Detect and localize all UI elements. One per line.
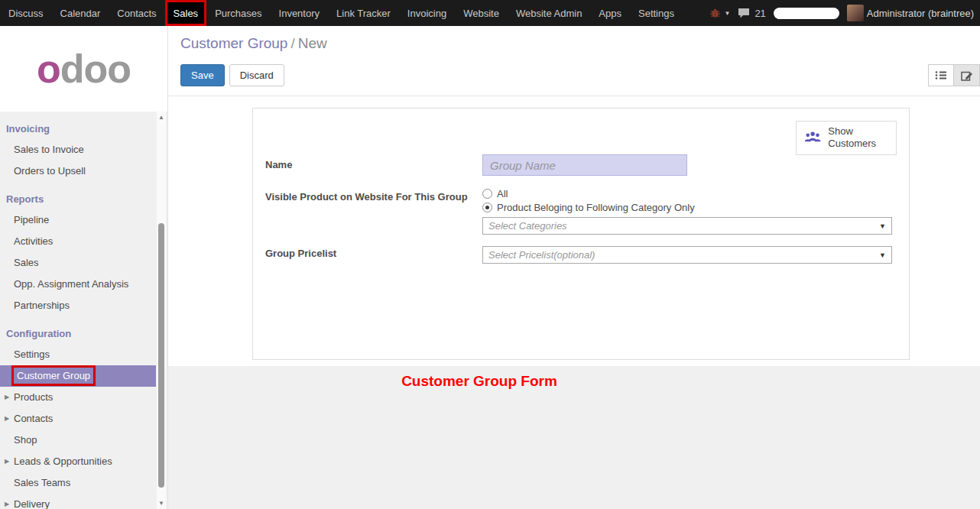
group-pricelist-label: Group Pricelist — [265, 241, 482, 259]
radio-icon — [482, 189, 492, 199]
avatar — [847, 5, 864, 21]
breadcrumb-separator: / — [290, 35, 294, 51]
categories-placeholder: Select Categories — [488, 220, 567, 232]
sidebar-section-title-reports: Reports — [0, 182, 156, 209]
menu-item-settings[interactable]: Settings — [630, 0, 683, 26]
menu-item-apps[interactable]: Apps — [590, 0, 630, 26]
sidebar-item-label: Opp. Assignment Analysis — [14, 278, 128, 290]
menu-item-invoicing[interactable]: Invoicing — [399, 0, 455, 26]
menu-item-calendar[interactable]: Calendar — [52, 0, 109, 26]
control-panel: Customer Group/New Save Discard — [168, 26, 980, 96]
sidebar-item-label: Sales — [14, 257, 39, 268]
sidebar-item-leads-opportunities[interactable]: ▶Leads & Opportunities — [0, 451, 156, 472]
visible-product-radio-group: All Product Beloging to Following Catego… — [482, 186, 897, 214]
sidebar-item-label: Products — [14, 391, 53, 403]
sidebar-item-delivery[interactable]: ▶Delivery — [0, 494, 156, 509]
sidebar-item-orders-to-upsell[interactable]: Orders to Upsell — [0, 160, 156, 182]
user-name: Administrator (braintree) — [867, 8, 974, 19]
expand-arrow-icon: ▶ — [5, 494, 9, 509]
view-switcher — [928, 64, 980, 86]
main-panel: Customer Group/New Save Discard — [168, 26, 980, 509]
sidebar-item-shop[interactable]: Shop — [0, 430, 156, 451]
menu-item-link-tracker[interactable]: Link Tracker — [328, 0, 399, 26]
annotation-caption: Customer Group Form — [168, 366, 790, 390]
topbar-menus: DiscussCalendarContactsSalesPurchasesInv… — [0, 0, 683, 26]
content-area: Show Customers Name Visible Product on W… — [168, 96, 980, 509]
topbar-systray: ▼ 21 Administrator (braintree) — [709, 0, 980, 26]
expand-arrow-icon: ▶ — [5, 408, 9, 430]
sidebar-item-products[interactable]: ▶Products — [0, 387, 156, 408]
sidebar-item-label: Pipeline — [14, 214, 49, 225]
lower-area: Customer Group Form — [168, 366, 980, 509]
chat-icon — [738, 8, 750, 18]
breadcrumb: Customer Group/New — [180, 35, 980, 52]
sidebar-item-label: Partnerships — [14, 300, 70, 311]
sidebar-section-title-invoicing: Invoicing — [0, 112, 156, 139]
form-fields: Name Visible Product on Website For This… — [265, 154, 897, 264]
debug-menu[interactable]: ▼ — [709, 8, 730, 18]
expand-arrow-icon: ▶ — [5, 451, 9, 472]
visible-product-label: Visible Product on Website For This Grou… — [265, 186, 482, 203]
sidebar-item-label: Sales Teams — [14, 477, 70, 488]
sidebar-section-title-configuration: Configuration — [0, 316, 156, 344]
logo-area: odoo — [0, 26, 167, 112]
name-field-label: Name — [265, 154, 482, 170]
sidebar-item-opp-assignment-analysis[interactable]: Opp. Assignment Analysis — [0, 274, 156, 295]
breadcrumb-parent-link[interactable]: Customer Group — [180, 35, 287, 51]
sidebar-item-pipeline[interactable]: Pipeline — [0, 209, 156, 231]
sidebar-item-activities[interactable]: Activities — [0, 231, 156, 252]
scrollbar-thumb[interactable] — [158, 223, 164, 488]
caret-down-icon: ▼ — [879, 251, 886, 259]
customer-group-form: Show Customers Name Visible Product on W… — [252, 108, 910, 360]
menu-item-contacts[interactable]: Contacts — [109, 0, 164, 26]
messages-menu[interactable]: 21 — [738, 8, 765, 19]
caret-down-icon: ▼ — [879, 222, 886, 230]
menu-item-inventory[interactable]: Inventory — [271, 0, 328, 26]
list-view-button[interactable] — [928, 64, 954, 86]
status-pill[interactable] — [774, 8, 839, 19]
group-name-input[interactable] — [482, 154, 687, 176]
menu-item-purchases[interactable]: Purchases — [206, 0, 270, 26]
sidebar-item-contacts[interactable]: ▶Contacts — [0, 408, 156, 430]
sidebar-item-partnerships[interactable]: Partnerships — [0, 295, 156, 316]
sidebar-item-sales[interactable]: Sales — [0, 252, 156, 274]
bug-icon — [709, 8, 721, 18]
scroll-down-icon[interactable]: ▼ — [157, 500, 166, 507]
scroll-up-icon[interactable]: ▲ — [157, 114, 166, 121]
people-icon — [804, 129, 821, 146]
menu-item-sales[interactable]: Sales — [165, 0, 207, 26]
menu-item-website[interactable]: Website — [455, 0, 508, 26]
discard-button[interactable]: Discard — [229, 64, 284, 86]
sidebar-item-label: Leads & Opportunities — [14, 456, 112, 467]
categories-select[interactable]: Select Categories ▼ — [482, 217, 892, 235]
sidebar-item-label: Activities — [14, 235, 53, 247]
sidebar-item-label: Contacts — [14, 413, 53, 424]
radio-category-label: Product Beloging to Following Category O… — [497, 202, 695, 213]
button-row: Save Discard — [180, 64, 980, 86]
odoo-logo: odoo — [37, 49, 131, 89]
show-customers-label: Show Customers — [828, 125, 888, 151]
pricelist-select[interactable]: Select Pricelist(optional) ▼ — [482, 246, 892, 264]
form-view-button[interactable] — [954, 64, 980, 86]
show-customers-button[interactable]: Show Customers — [796, 121, 897, 155]
user-menu[interactable]: Administrator (braintree) — [847, 5, 974, 21]
sidebar-item-customer-group[interactable]: Customer Group — [0, 365, 156, 387]
sidebar-item-settings[interactable]: Settings — [0, 344, 156, 365]
sidebar-item-label: Customer Group — [14, 368, 93, 384]
menu-item-discuss[interactable]: Discuss — [0, 0, 52, 26]
radio-icon — [482, 203, 492, 212]
sidebar-scrollbar[interactable]: ▲ ▼ — [157, 112, 166, 509]
save-button[interactable]: Save — [180, 64, 225, 86]
sidebar-menu: InvoicingSales to InvoiceOrders to Upsel… — [0, 112, 156, 509]
messages-count: 21 — [754, 8, 765, 19]
sidebar-item-label: Shop — [14, 434, 37, 446]
caret-down-icon: ▼ — [724, 10, 730, 17]
logo-rest: doo — [60, 47, 131, 91]
radio-all[interactable]: All — [482, 186, 897, 200]
list-view-icon — [935, 70, 947, 80]
form-view-icon — [961, 70, 973, 81]
sidebar-item-sales-teams[interactable]: Sales Teams — [0, 472, 156, 494]
menu-item-website-admin[interactable]: Website Admin — [508, 0, 590, 26]
radio-category-only[interactable]: Product Beloging to Following Category O… — [482, 200, 897, 214]
sidebar-item-sales-to-invoice[interactable]: Sales to Invoice — [0, 139, 156, 160]
